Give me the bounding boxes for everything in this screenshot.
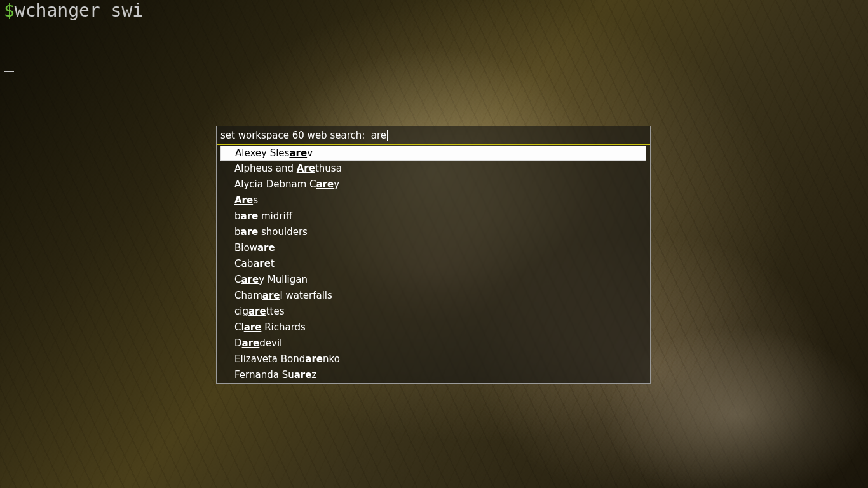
result-text: z <box>311 369 316 381</box>
match-highlight: are <box>305 353 323 365</box>
dmenu-result-item[interactable]: Daredevil <box>217 336 650 351</box>
result-text: l waterfalls <box>280 290 332 301</box>
dmenu-query-text[interactable]: are <box>371 130 386 141</box>
dmenu-result-item[interactable]: bare midriff <box>217 208 650 224</box>
result-text: s <box>253 194 258 206</box>
match-highlight: are <box>257 242 275 254</box>
dmenu-result-item[interactable]: Alpheus and Arethusa <box>217 161 650 177</box>
dmenu-result-item[interactable]: Fernanda Suarez <box>217 367 650 383</box>
dmenu-result-item[interactable]: Cabaret <box>217 256 650 272</box>
result-text: y <box>334 179 339 190</box>
result-text: nko <box>323 353 340 365</box>
result-text: y Mulligan <box>259 274 308 285</box>
dmenu-result-item[interactable]: Elizaveta Bondarenko <box>217 351 650 367</box>
result-text: t <box>271 258 275 269</box>
result-text: Cl <box>234 322 244 333</box>
dmenu-results-list: Alexey SlesarevAlpheus and ArethusaAlyci… <box>217 146 650 383</box>
result-text: shoulders <box>258 226 308 238</box>
match-highlight: are <box>242 337 260 349</box>
result-text: Alycia Debnam C <box>234 179 316 190</box>
result-text: Cab <box>234 258 253 269</box>
result-text: Fernanda Su <box>234 369 294 381</box>
match-highlight: Are <box>234 194 253 206</box>
result-text: v <box>307 147 313 159</box>
result-text: ttes <box>266 306 285 317</box>
match-highlight: are <box>316 179 334 190</box>
result-text: midriff <box>258 210 292 222</box>
match-highlight: are <box>248 306 266 317</box>
dmenu-result-item[interactable]: Carey Mulligan <box>217 272 650 288</box>
result-text: Elizaveta Bond <box>234 353 305 365</box>
match-highlight: are <box>253 258 271 269</box>
dmenu-result-item[interactable]: Bioware <box>217 240 650 256</box>
match-highlight: are <box>294 369 312 381</box>
result-text: D <box>234 337 242 349</box>
result-text: thusa <box>315 163 342 174</box>
dmenu-result-item[interactable]: Alycia Debnam Carey <box>217 177 650 193</box>
dmenu-launcher[interactable]: set workspace 60 web search: are Alexey … <box>216 126 651 384</box>
terminal-cursor <box>4 52 14 72</box>
match-highlight: Are <box>297 163 315 174</box>
result-text: Richards <box>261 322 306 333</box>
dmenu-result-item[interactable]: cigarettes <box>217 304 650 320</box>
result-text: cig <box>234 306 248 317</box>
result-text: Cham <box>234 290 262 301</box>
result-text: C <box>234 274 241 285</box>
dmenu-input-row[interactable]: set workspace 60 web search: are <box>217 126 650 145</box>
match-highlight: are <box>241 274 259 285</box>
match-highlight: are <box>262 290 280 301</box>
result-text: b <box>234 210 241 222</box>
dmenu-result-item[interactable]: Ares <box>217 193 650 208</box>
shell-command: wchanger swi <box>15 0 143 21</box>
match-highlight: are <box>289 147 307 159</box>
match-highlight: are <box>241 226 259 238</box>
result-text: Alpheus and <box>234 163 297 174</box>
dmenu-text-cursor <box>387 130 388 141</box>
dmenu-result-item[interactable]: Alexey Slesarev <box>220 146 646 161</box>
result-text: b <box>234 226 241 238</box>
match-highlight: are <box>244 322 262 333</box>
dmenu-result-item[interactable]: Chamarel waterfalls <box>217 288 650 304</box>
dmenu-result-item[interactable]: Clare Richards <box>217 320 650 336</box>
terminal-window[interactable]: $wchanger swi <box>0 0 147 72</box>
result-text: devil <box>259 337 282 349</box>
match-highlight: are <box>241 210 259 222</box>
dmenu-prompt: set workspace 60 web search: <box>220 130 371 141</box>
shell-prompt-symbol: $ <box>4 0 15 21</box>
dmenu-result-item[interactable]: bare shoulders <box>217 224 650 240</box>
result-text: Biow <box>234 242 257 254</box>
result-text: Alexey Sles <box>235 147 289 159</box>
